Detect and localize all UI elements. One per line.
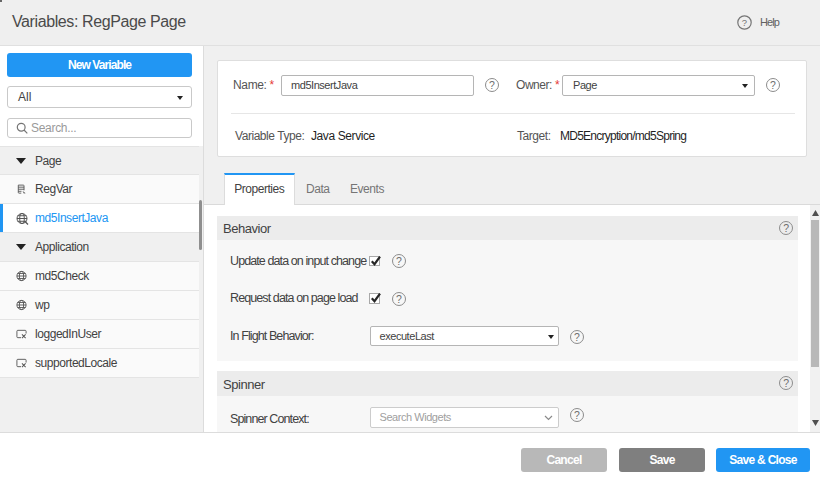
svg-text:?: ? [742, 17, 747, 28]
